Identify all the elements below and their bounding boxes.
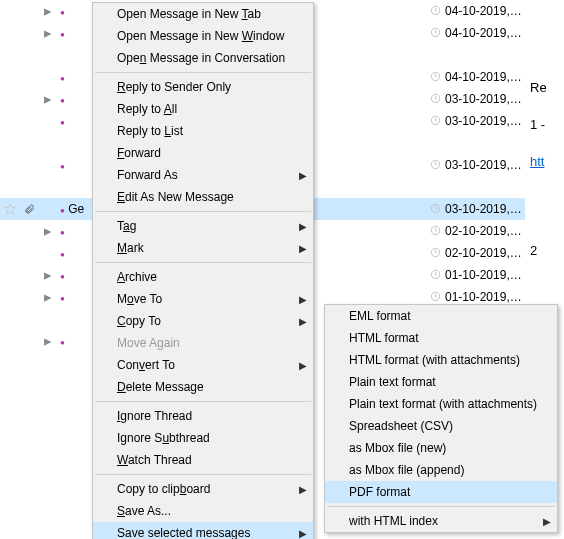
menu-item-label: Watch Thread (117, 453, 192, 467)
thread-toggle-icon[interactable]: ▸ (38, 3, 58, 18)
save-submenu-item[interactable]: HTML format (with attachments) (325, 349, 557, 371)
menu-item-label: Reply to List (117, 124, 183, 138)
menu-item-label: Copy to clipboard (117, 482, 210, 496)
context-menu-item[interactable]: Open Message in New Tab (93, 3, 313, 25)
menu-item-label: as Mbox file (new) (349, 441, 446, 455)
svg-marker-6 (5, 204, 15, 214)
chevron-right-icon: ▶ (299, 294, 307, 305)
menu-item-label: Open Message in New Window (117, 29, 284, 43)
menu-item-label: HTML format (349, 331, 419, 345)
message-date: 04-10-2019,… (445, 4, 525, 18)
context-menu-item[interactable]: Open Message in Conversation (93, 47, 313, 69)
context-menu-item[interactable]: Edit As New Message (93, 186, 313, 208)
menu-item-label: Spreadsheet (CSV) (349, 419, 453, 433)
preview-pane-fragment: Re 1 - htt 2 (530, 80, 564, 280)
message-date: 02-10-2019,… (445, 224, 525, 238)
clock-icon (425, 159, 445, 170)
preview-link[interactable]: htt (530, 154, 564, 169)
menu-item-label: Plain text format (with attachments) (349, 397, 537, 411)
context-menu-item[interactable]: Save selected messages▶ (93, 522, 313, 539)
menu-item-label: EML format (349, 309, 411, 323)
save-submenu-item[interactable]: as Mbox file (append) (325, 459, 557, 481)
thread-toggle-icon[interactable]: ▸ (38, 289, 58, 304)
menu-item-label: Convert To (117, 358, 175, 372)
chevron-right-icon: ▶ (299, 316, 307, 327)
context-menu-item[interactable]: Reply to All (93, 98, 313, 120)
save-submenu-item[interactable]: as Mbox file (new) (325, 437, 557, 459)
context-menu-separator (95, 72, 311, 73)
context-menu-item: Move Again (93, 332, 313, 354)
context-menu-item[interactable]: Tag▶ (93, 215, 313, 237)
chevron-right-icon: ▶ (299, 243, 307, 254)
chevron-right-icon: ▶ (299, 170, 307, 181)
chevron-right-icon: ▶ (299, 360, 307, 371)
menu-item-label: as Mbox file (append) (349, 463, 464, 477)
save-submenu-item[interactable]: HTML format (325, 327, 557, 349)
clock-icon (425, 5, 445, 16)
chevron-right-icon: ▶ (543, 516, 551, 527)
message-date: 03-10-2019,… (445, 202, 525, 216)
star-icon[interactable] (0, 203, 20, 215)
menu-item-label: Open Message in New Tab (117, 7, 261, 21)
chevron-right-icon: ▶ (299, 221, 307, 232)
context-menu-item[interactable]: Open Message in New Window (93, 25, 313, 47)
message-date: 01-10-2019,… (445, 290, 525, 304)
menu-item-label: Delete Message (117, 380, 204, 394)
context-menu-item[interactable]: Copy to clipboard▶ (93, 478, 313, 500)
context-menu[interactable]: Open Message in New TabOpen Message in N… (92, 2, 314, 539)
context-menu-item[interactable]: Forward (93, 142, 313, 164)
menu-item-label: Save As... (117, 504, 171, 518)
message-date: 02-10-2019,… (445, 246, 525, 260)
context-menu-separator (95, 262, 311, 263)
save-submenu-item[interactable]: EML format (325, 305, 557, 327)
menu-item-label: Save selected messages (117, 526, 250, 539)
context-menu-item[interactable]: Delete Message (93, 376, 313, 398)
save-submenu-item[interactable]: PDF format (325, 481, 557, 503)
thread-toggle-icon[interactable]: ▸ (38, 25, 58, 40)
preview-line-1: 1 - (530, 117, 564, 132)
context-menu-separator (95, 474, 311, 475)
message-date: 04-10-2019,… (445, 70, 525, 84)
context-menu-item[interactable]: Move To▶ (93, 288, 313, 310)
context-menu-separator (95, 211, 311, 212)
menu-item-label: Plain text format (349, 375, 436, 389)
save-submenu-item[interactable]: with HTML index▶ (325, 510, 557, 532)
menu-item-label: Reply to Sender Only (117, 80, 231, 94)
menu-item-label: Mark (117, 241, 144, 255)
context-menu-item[interactable]: Ignore Thread (93, 405, 313, 427)
context-menu-item[interactable]: Forward As▶ (93, 164, 313, 186)
thread-toggle-icon[interactable]: ▸ (38, 267, 58, 282)
save-submenu-item[interactable]: Plain text format (with attachments) (325, 393, 557, 415)
context-menu-item[interactable]: Watch Thread (93, 449, 313, 471)
clock-icon (425, 225, 445, 236)
thread-toggle-icon[interactable]: ▸ (38, 333, 58, 348)
preview-line-2: 2 (530, 243, 564, 258)
thread-toggle-icon[interactable]: ▸ (38, 91, 58, 106)
context-menu-item[interactable]: Reply to Sender Only (93, 76, 313, 98)
menu-item-label: Ignore Subthread (117, 431, 210, 445)
thread-toggle-icon[interactable]: ▸ (38, 223, 58, 238)
attachment-icon (20, 203, 38, 215)
message-date: 01-10-2019,… (445, 268, 525, 282)
save-selected-submenu[interactable]: EML formatHTML formatHTML format (with a… (324, 304, 558, 533)
menu-item-label: Copy To (117, 314, 161, 328)
context-menu-item[interactable]: Convert To▶ (93, 354, 313, 376)
clock-icon (425, 291, 445, 302)
message-date: 03-10-2019,… (445, 114, 525, 128)
save-submenu-item[interactable]: Spreadsheet (CSV) (325, 415, 557, 437)
clock-icon (425, 247, 445, 258)
save-submenu-item[interactable]: Plain text format (325, 371, 557, 393)
context-menu-item[interactable]: Reply to List (93, 120, 313, 142)
context-menu-item[interactable]: Archive (93, 266, 313, 288)
clock-icon (425, 93, 445, 104)
context-menu-item[interactable]: Ignore Subthread (93, 427, 313, 449)
clock-icon (425, 115, 445, 126)
context-menu-item[interactable]: Mark▶ (93, 237, 313, 259)
clock-icon (425, 269, 445, 280)
context-menu-item[interactable]: Save As... (93, 500, 313, 522)
menu-item-label: Archive (117, 270, 157, 284)
preview-subject: Re (530, 80, 564, 95)
clock-icon (425, 27, 445, 38)
context-menu-item[interactable]: Copy To▶ (93, 310, 313, 332)
clock-icon (425, 71, 445, 82)
